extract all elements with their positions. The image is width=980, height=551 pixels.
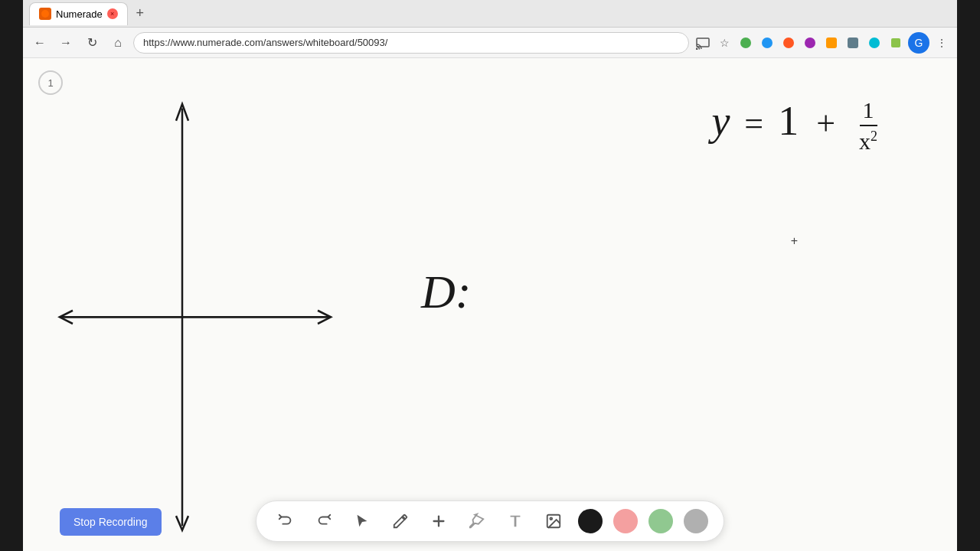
- reload-button[interactable]: ↻: [81, 32, 103, 54]
- cast-icon[interactable]: [694, 34, 712, 52]
- domain-label: D:: [421, 265, 471, 319]
- home-button[interactable]: ⌂: [107, 32, 129, 54]
- bookmark-icon[interactable]: ☆: [715, 34, 733, 52]
- whiteboard-content-area: 1 y = 1 + 1 x: [23, 58, 957, 551]
- extension6-icon[interactable]: [844, 34, 862, 52]
- bottom-toolbar: [256, 500, 724, 542]
- browser-titlebar: Numerade × +: [23, 0, 957, 28]
- image-tool-button[interactable]: [540, 507, 567, 535]
- svg-point-3: [740, 37, 751, 48]
- formula-fraction: 1 x2: [856, 95, 880, 156]
- svg-point-0: [41, 10, 49, 18]
- extension1-icon[interactable]: [737, 34, 755, 52]
- math-formula: y = 1 + 1 x2: [711, 95, 880, 156]
- browser-toolbar: ← → ↻ ⌂ https://www.numerade.com/answers…: [23, 28, 957, 58]
- svg-point-4: [762, 37, 773, 48]
- select-tool-button[interactable]: [348, 507, 376, 535]
- tab-title: Numerade: [56, 8, 103, 20]
- url-text: https://www.numerade.com/answers/whitebo…: [143, 37, 387, 48]
- tab-favicon: [39, 8, 51, 20]
- svg-point-6: [805, 37, 815, 48]
- svg-point-9: [869, 37, 880, 48]
- fraction-numerator: 1: [860, 95, 877, 126]
- color-gray-button[interactable]: [684, 509, 708, 533]
- active-tab[interactable]: Numerade ×: [29, 2, 128, 25]
- new-tab-button[interactable]: +: [131, 5, 149, 23]
- svg-point-14: [550, 517, 552, 520]
- draw-tool-button[interactable]: [387, 507, 414, 535]
- extension8-icon[interactable]: [887, 34, 905, 52]
- extension5-icon[interactable]: [822, 34, 841, 52]
- stop-recording-button[interactable]: Stop Recording: [60, 508, 162, 536]
- text-tool-button[interactable]: [501, 507, 529, 535]
- color-pink-button[interactable]: [613, 509, 638, 533]
- more-options-icon[interactable]: ⋮: [933, 34, 951, 52]
- svg-point-5: [783, 37, 794, 48]
- svg-rect-8: [848, 37, 858, 48]
- svg-rect-1: [697, 38, 709, 47]
- fraction-exponent: 2: [871, 129, 877, 144]
- highlighter-tool-button[interactable]: [463, 507, 491, 535]
- redo-button[interactable]: [310, 507, 338, 535]
- undo-button[interactable]: [272, 507, 299, 535]
- extension4-icon[interactable]: [801, 34, 819, 52]
- tab-bar: Numerade × +: [29, 2, 149, 25]
- svg-point-2: [696, 47, 698, 50]
- fraction-denominator: x2: [856, 126, 880, 156]
- profile-button[interactable]: G: [908, 32, 929, 54]
- formula-1: 1: [778, 98, 799, 144]
- color-black-button[interactable]: [578, 509, 603, 533]
- formula-y-equals: y: [711, 98, 730, 144]
- svg-rect-10: [891, 38, 900, 47]
- color-green-button[interactable]: [648, 509, 673, 533]
- tab-close-button[interactable]: ×: [107, 8, 118, 19]
- extension2-icon[interactable]: [758, 34, 776, 52]
- extension7-icon[interactable]: [865, 34, 884, 52]
- browser-toolbar-icons: ☆: [694, 32, 951, 54]
- back-button[interactable]: ←: [29, 32, 51, 54]
- extension3-icon[interactable]: [779, 34, 798, 52]
- address-bar[interactable]: https://www.numerade.com/answers/whitebo…: [133, 32, 689, 54]
- formula-equals: =: [744, 105, 763, 142]
- numerade-logo-icon: [41, 9, 50, 18]
- svg-rect-7: [826, 37, 837, 48]
- add-tool-button[interactable]: [425, 507, 452, 535]
- forward-button[interactable]: →: [55, 32, 77, 54]
- formula-plus: +: [816, 105, 835, 142]
